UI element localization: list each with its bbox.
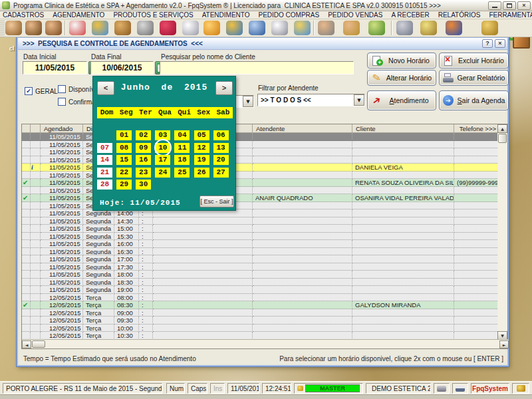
calendar-day-08[interactable]: 08	[116, 143, 132, 153]
table-row[interactable]: 11/05/2015Segunda16:00:	[22, 240, 499, 248]
calendar-day-15[interactable]: 15	[116, 155, 132, 165]
calendar-day-05[interactable]: 05	[194, 130, 209, 140]
column-header-agendado[interactable]: Agendado	[41, 124, 83, 133]
calendar-day-26[interactable]: 26	[194, 168, 209, 178]
column-header-atendente[interactable]: Atendente	[253, 124, 352, 133]
data-inicial-field[interactable]: 11/05/2015	[23, 61, 87, 74]
sphere-icon[interactable]	[368, 21, 385, 35]
table-row[interactable]: 11/05/2015Segunda18:00:	[22, 271, 499, 279]
calendar-day-21[interactable]: 21	[97, 168, 112, 178]
table-row[interactable]: 12/05/2015Terça08:00:	[22, 294, 499, 302]
table-row[interactable]: 11/05/2015Segunda17:30:	[22, 263, 499, 271]
calendar-day-19[interactable]: 19	[194, 155, 209, 165]
vertical-scrollbar[interactable]: ▲ ▼	[497, 124, 507, 340]
calendar-day-02[interactable]: 02	[136, 130, 151, 140]
users-lock-icon[interactable]	[318, 21, 334, 35]
column-header[interactable]	[31, 124, 41, 133]
globe-icon[interactable]	[446, 21, 462, 35]
calendar-day-27[interactable]: 27	[213, 168, 229, 178]
calendar-day-28[interactable]: 28	[97, 180, 112, 190]
horizontal-scrollbar[interactable]: ◄ ►	[22, 339, 509, 348]
search-input[interactable]	[160, 61, 354, 74]
column-header-telefone[interactable]: Telefone >>>	[454, 124, 499, 133]
alterar-hor-rio-button[interactable]: ✎Alterar Horário	[367, 70, 436, 86]
menu-item-pedido-compras[interactable]: PEDIDO COMPRAS	[258, 11, 319, 19]
calendar-next-button[interactable]: >	[215, 81, 233, 95]
menu-item-pedido-vendas[interactable]: PEDIDO VENDAS	[328, 11, 382, 19]
calendar-esc-button[interactable]: [ Esc - Sair ]	[200, 196, 234, 207]
menu-item-a-receber[interactable]: A RECEBER	[391, 11, 429, 19]
menu-item-agendamento[interactable]: AGENDAMENTO	[53, 11, 104, 19]
monitor-icon[interactable]	[249, 21, 265, 35]
edit-doc-icon[interactable]	[226, 21, 243, 35]
horizontal-scroll-thumb[interactable]	[32, 340, 45, 348]
document-icon[interactable]	[182, 21, 199, 35]
calendar-day-23[interactable]: 23	[136, 168, 151, 178]
calendar-day-18[interactable]: 18	[174, 155, 190, 165]
status-printer-panel[interactable]	[434, 383, 450, 394]
calendar-day-10[interactable]: 10	[155, 143, 170, 153]
table-row[interactable]: 12/05/2015Terça09:30:	[22, 317, 499, 325]
table-row[interactable]: 11/05/2015Segunda17:00:	[22, 255, 499, 263]
calendar-day-25[interactable]: 25	[174, 168, 190, 178]
user-female-icon[interactable]	[5, 21, 22, 35]
calendar-icon[interactable]	[69, 21, 86, 35]
table-row[interactable]: ✔12/05/2015Terça08:30:GALYDSON MIRANDA	[22, 301, 499, 309]
calendar-day-13[interactable]: 13	[213, 143, 229, 153]
calendar-day-16[interactable]: 16	[136, 155, 151, 165]
calendar-day-14[interactable]: 14	[97, 155, 112, 165]
pencil-doc-icon[interactable]	[92, 21, 108, 35]
minimize-button[interactable]	[488, 1, 501, 10]
calendar-day-01[interactable]: 01	[116, 130, 132, 140]
excluir-hor-rio-button[interactable]: ×Excluir Horário	[439, 53, 509, 68]
money-bag-icon[interactable]	[481, 21, 498, 35]
clock-icon[interactable]	[137, 21, 154, 35]
novo-hor-rio-button[interactable]: +Novo Horário	[367, 53, 436, 68]
close-button[interactable]: ×	[517, 1, 531, 10]
calendar-day-06[interactable]: 06	[213, 130, 229, 140]
scroll-right-button[interactable]: ►	[499, 340, 509, 348]
package-icon[interactable]	[114, 21, 131, 35]
dialog-close-button[interactable]: ×	[495, 39, 505, 48]
calendar-day-29[interactable]: 29	[116, 180, 132, 190]
gerar-relat-rio-button[interactable]: Gerar Relatório	[439, 70, 509, 86]
menu-item-atendimento[interactable]: ATENDIMENTO	[202, 11, 250, 19]
calendar-day-09[interactable]: 09	[136, 143, 151, 153]
menu-item-relat-rios[interactable]: RELATÓRIOS	[438, 11, 481, 19]
users-gray-icon[interactable]	[396, 21, 413, 35]
calendar-day-22[interactable]: 22	[116, 168, 132, 178]
user-single-icon[interactable]	[45, 21, 62, 35]
data-final-field[interactable]: 10/06/2015	[90, 61, 154, 74]
checkbox-geral[interactable]: ✔ GERAL	[25, 87, 58, 95]
table-row[interactable]: 11/05/2015Segunda16:30:	[22, 248, 499, 256]
table-row[interactable]: 11/05/2015Segunda19:00:	[22, 286, 499, 294]
calendar-day-17[interactable]: 17	[155, 155, 170, 165]
scroll-left-button[interactable]: ◄	[22, 340, 31, 348]
document-2-icon[interactable]	[271, 21, 288, 35]
atendimento-button[interactable]: ➔Atendimento	[367, 90, 436, 110]
table-row[interactable]: 11/05/2015Segunda14:30:	[22, 217, 499, 225]
table-row[interactable]: 12/05/2015Terça10:00:	[22, 325, 499, 332]
calendar-day-20[interactable]: 20	[213, 155, 229, 165]
calendar-day-12[interactable]: 12	[194, 143, 209, 153]
maximize-button[interactable]	[503, 1, 516, 10]
user-male-icon[interactable]	[25, 21, 42, 35]
sair-da-agenda-button[interactable]: ➔Sair da Agenda	[439, 90, 509, 110]
dialog-help-button[interactable]: ?	[482, 39, 493, 48]
vertical-scroll-thumb[interactable]	[498, 134, 507, 143]
scroll-up-button[interactable]: ▲	[497, 124, 507, 133]
makeup-kit-icon[interactable]	[160, 21, 176, 35]
status-network-panel[interactable]	[452, 383, 468, 394]
table-row[interactable]: 11/05/2015Segunda15:00:	[22, 225, 499, 233]
folder-icon[interactable]	[203, 21, 220, 35]
calendar-day-11[interactable]: 11	[174, 143, 190, 153]
users-pencil-icon[interactable]	[420, 21, 437, 35]
calendar-day-07[interactable]: 07	[97, 143, 112, 153]
filter-atendente-select[interactable]: >> T O D O S << ▼	[257, 94, 365, 106]
menu-item-produtos-e-servi-os[interactable]: PRODUTOS E SERVIÇOS	[113, 11, 193, 19]
calendar-day-24[interactable]: 24	[155, 168, 170, 178]
table-row[interactable]: 11/05/2015Segunda15:30:	[22, 233, 499, 241]
column-header[interactable]	[22, 124, 31, 133]
table-row[interactable]: 12/05/2015Terça10:30:	[22, 332, 499, 340]
menu-item-ferramentas[interactable]: FERRAMENTAS	[489, 11, 532, 19]
